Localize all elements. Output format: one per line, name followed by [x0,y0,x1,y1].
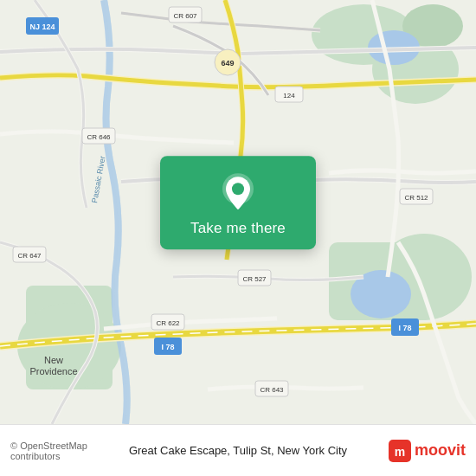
svg-text:NJ 124: NJ 124 [29,23,55,31]
location-label: Great Cake Escape, Tulip St, New York Ci… [128,444,349,457]
svg-text:Providence: Providence [29,366,77,376]
moovit-logo: m moovit [356,440,466,462]
svg-text:I 78: I 78 [161,343,174,351]
take-me-there-button[interactable]: Take me there [190,220,286,237]
moovit-text: moovit [415,441,466,460]
svg-text:I 78: I 78 [398,324,411,332]
svg-text:CR 647: CR 647 [17,252,42,260]
bottom-bar: © OpenStreetMap contributors Great Cake … [0,424,476,476]
svg-point-38 [232,183,244,195]
svg-text:CR 512: CR 512 [404,194,428,202]
svg-text:124: 124 [283,92,295,100]
map-container: NJ 124 CR 607 649 124 CR 646 CR 512 CR 5… [0,0,476,424]
svg-text:CR 527: CR 527 [242,275,267,283]
svg-text:CR 622: CR 622 [156,319,180,327]
svg-text:CR 607: CR 607 [173,12,197,20]
svg-text:CR 646: CR 646 [87,133,111,141]
moovit-icon: m [389,440,411,462]
svg-text:CR 643: CR 643 [260,386,284,394]
svg-text:New: New [44,355,63,365]
svg-text:m: m [395,445,405,459]
location-pin-icon [217,171,259,213]
copyright-text: © OpenStreetMap contributors [10,441,121,461]
overlay-card[interactable]: Take me there [160,156,316,249]
svg-text:649: 649 [221,59,234,68]
